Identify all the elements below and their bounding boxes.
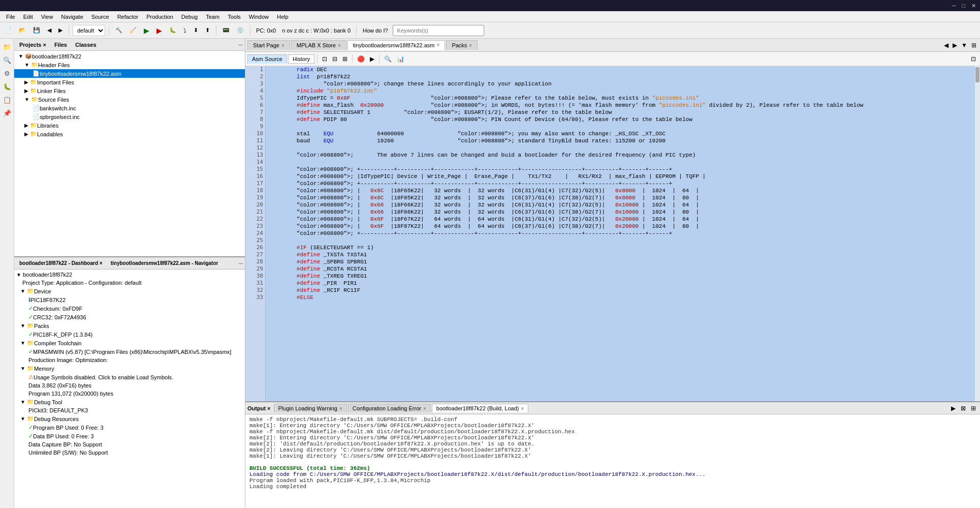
output-tab-build-load-close[interactable]: × [521,406,524,411]
config-select[interactable]: default [73,25,105,36]
tab-projects[interactable]: Projects × [16,41,49,49]
dash-debug-resources-folder[interactable]: ▼ 📁 Debug Resources [14,414,245,423]
step-over-button[interactable]: ⤵ [181,26,189,35]
sidebar-icon-tasks[interactable]: 📋 [1,94,13,106]
output-run-btn[interactable]: ▶ [949,404,958,413]
output-tab-config-error-close[interactable]: × [423,406,426,411]
step-out-button[interactable]: ⬆ [203,25,212,35]
programmer-button[interactable]: 📟 [220,25,232,35]
dash-unlimited-bp[interactable]: Unlimited BP (S/W): No Support [14,449,245,457]
dash-production-image[interactable]: Production Image: Optimization: [14,356,245,364]
projects-minimize-button[interactable]: ─ [238,41,243,48]
tab-packs[interactable]: Packs × [446,40,478,50]
tab-navigator[interactable]: tinybootloadersmw18f87k22.asm - Navigato… [108,259,222,267]
clean-button[interactable]: 🧹 [127,25,139,35]
dash-compiler-folder[interactable]: ▼ 📁 Compiler Toolchain [14,339,245,347]
menu-source[interactable]: Source [87,13,113,21]
debug-run-button[interactable]: ▶ [154,25,165,36]
tab-asm-file-close[interactable]: × [437,42,440,48]
tab-nav-expand[interactable]: ⊞ [970,42,978,49]
menu-help[interactable]: Help [273,13,293,21]
sub-btn-collapse[interactable]: ⊡ [969,54,978,64]
dash-usage-symbols[interactable]: ⚠ Usage Symbols disabled. Click to enabl… [14,373,245,381]
dash-memory-folder[interactable]: ▼ 📁 Memory [14,364,245,373]
output-clear-btn[interactable]: ⊠ [959,404,968,413]
sub-btn-chart[interactable]: 📊 [395,54,406,64]
menu-tools[interactable]: Tools [224,13,245,21]
dash-data-bp[interactable]: ✓ Data BP Used: 0 Free: 3 [14,432,245,440]
tab-nav-menu[interactable]: ▼ [960,42,969,49]
tab-files[interactable]: Files [51,41,70,49]
tree-item-source-files[interactable]: ▼ 📁 Source Files [14,95,245,104]
menu-view[interactable]: View [37,13,57,21]
sidebar-icon-debug[interactable]: 🐛 [1,80,13,93]
dash-mpasmwin[interactable]: ✓ MPASMWIN (v5.87) [C:\Program Files (x8… [14,347,245,356]
step-into-button[interactable]: ⬇ [191,25,201,35]
dashboard-minimize-button[interactable]: ─ [238,260,243,267]
sub-tab-asm-source[interactable]: Asm Source [247,54,287,64]
tab-nav-right[interactable]: ▶ [951,42,959,49]
dash-crc[interactable]: ✓ CRC32: 0xF72A4936 [14,313,245,321]
minimize-button[interactable]: ─ [952,3,956,9]
dash-checksum[interactable]: ✓ Checksum: 0xFD9F [14,304,245,313]
tab-classes[interactable]: Classes [72,41,100,49]
maximize-button[interactable]: □ [962,3,965,9]
output-tab-config-error[interactable]: Configuration Loading Error × [348,404,431,412]
tab-start-page-close[interactable]: × [281,43,284,48]
sub-btn-prev-bookmark[interactable]: ⊟ [330,54,339,64]
menu-team[interactable]: Team [202,13,224,21]
tab-mplab-store[interactable]: MPLAB X Store × [291,40,346,50]
code-editor[interactable]: 1234567891011121314151617181920212223242… [245,66,975,401]
sub-btn-run-to-cursor[interactable]: ▶ [368,54,376,64]
menu-production[interactable]: Production [142,13,177,21]
dash-device-folder[interactable]: ▼ 📁 Device [14,287,245,295]
tab-dashboard[interactable]: bootloader18f87k22 - Dashboard × [16,259,106,267]
sub-btn-toggle-breakpoint[interactable]: 🔴 [355,54,367,64]
open-button[interactable]: 📂 [16,25,28,35]
back-button[interactable]: ◀ [45,25,54,35]
forward-button[interactable]: ▶ [56,25,65,35]
dash-prog-bp[interactable]: ✓ Program BP Used: 0 Free: 3 [14,423,245,432]
how-do-i-button[interactable]: How do I? [360,26,391,35]
scrollbar-thumb[interactable] [975,67,979,82]
dash-packs-folder[interactable]: ▼ 📁 Packs [14,321,245,330]
new-button[interactable]: 📄 [2,25,14,35]
dash-pack-dfp[interactable]: ✓ PIC18F-K_DFP (1.3.84) [14,330,245,339]
sidebar-icon-search[interactable]: 🔍 [1,54,13,66]
sidebar-icon-projects[interactable]: 📁 [1,41,13,53]
tree-item-bankswitch[interactable]: 📄 bankswitch.inc [14,104,245,112]
tab-start-page[interactable]: Start Page × [247,40,290,50]
menu-refactor[interactable]: Refactor [113,13,143,21]
tree-item-important-files[interactable]: ▶ 📁 Important Files [14,78,245,86]
tab-mplab-store-close[interactable]: × [338,43,341,48]
sidebar-icon-settings[interactable]: ⚙ [1,67,13,79]
memory-button[interactable]: 💿 [234,25,246,35]
tree-item-asm-file[interactable]: 📄 tinybootloadersmw18f87k22.asm [14,69,245,78]
output-expand-btn[interactable]: ⊞ [969,404,978,413]
menu-file[interactable]: File [2,13,19,21]
debug-button[interactable]: 🐛 [167,25,179,35]
close-button[interactable]: ✕ [971,3,976,9]
sub-btn-toggle-bookmark[interactable]: ⊡ [320,54,329,64]
tree-item-spbrg[interactable]: 📄 spbrgselsect.inc [14,112,245,121]
menu-window[interactable]: Window [245,13,273,21]
code-content[interactable]: radix DEC list p=18f87k22 "color:#008800… [266,66,975,401]
output-tab-plugin-warning[interactable]: Plugin Loading Warning × [274,404,347,412]
tab-packs-close[interactable]: × [469,43,472,48]
dash-root[interactable]: ▼ bootloader18f87k22 [14,271,245,279]
sub-tab-history[interactable]: History [288,54,314,64]
editor-scrollbar[interactable] [975,66,980,401]
sidebar-icon-bookmarks[interactable]: 📌 [1,107,13,119]
tab-asm-file[interactable]: tinybootloadersmw18f87k22.asm × [347,40,446,50]
sub-btn-next-bookmark[interactable]: ⊞ [340,54,350,64]
tree-item-project-root[interactable]: ▼ 📦 bootloader18f87k22 [14,52,245,61]
dash-pic-model[interactable]: ℹ PIC18F87K22 [14,295,245,304]
tree-item-header-files[interactable]: ▼ 📁 Header Files [14,61,245,69]
tree-item-loadables[interactable]: ▶ 📁 Loadables [14,130,245,138]
tree-item-libraries[interactable]: ▶ 📁 Libraries [14,121,245,130]
save-button[interactable]: 💾 [30,25,43,35]
build-button[interactable]: 🔨 [113,25,125,35]
menu-edit[interactable]: Edit [19,13,37,21]
dash-data-bytes[interactable]: Data 3,862 (0xF16) bytes [14,381,245,390]
output-tab-build-load[interactable]: bootloader18f87k22 (Build, Load) × [432,404,529,412]
